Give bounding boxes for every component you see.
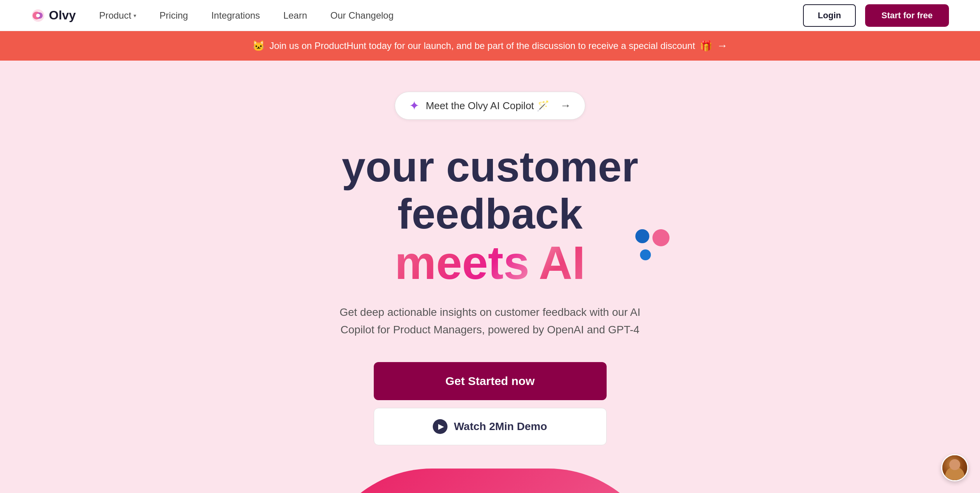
nav-link-learn[interactable]: Learn xyxy=(283,10,307,21)
navbar-left: Olvy Product ▾ Pricing Integrations Lear… xyxy=(31,8,394,23)
get-started-button[interactable]: Get Started now xyxy=(374,362,607,400)
ai-badge-text: Meet the Olvy AI Copilot 🪄 xyxy=(426,100,549,112)
navbar-right: Login Start for free xyxy=(803,4,949,27)
announcement-banner[interactable]: 🐱 Join us on ProductHunt today for our l… xyxy=(0,31,980,61)
navbar: Olvy Product ▾ Pricing Integrations Lear… xyxy=(0,0,980,31)
nav-link-product[interactable]: Product ▾ xyxy=(99,10,136,21)
headline-ai: AI xyxy=(539,237,585,288)
nav-item-changelog[interactable]: Our Changelog xyxy=(330,10,394,21)
dot-pink-icon xyxy=(652,229,670,246)
start-for-free-button[interactable]: Start for free xyxy=(865,4,949,27)
badge-arrow-icon: → xyxy=(560,99,571,112)
nav-link-changelog[interactable]: Our Changelog xyxy=(330,10,394,21)
nav-links: Product ▾ Pricing Integrations Learn Our… xyxy=(99,10,394,21)
headline-line2: feedback xyxy=(342,190,638,237)
nav-item-integrations[interactable]: Integrations xyxy=(211,10,260,21)
nav-item-product[interactable]: Product ▾ xyxy=(99,10,136,21)
logo[interactable]: Olvy xyxy=(31,8,76,23)
cta-buttons: Get Started now ▶ Watch 2Min Demo xyxy=(374,362,607,445)
banner-text: Join us on ProductHunt today for our lau… xyxy=(269,40,695,51)
nav-item-pricing[interactable]: Pricing xyxy=(160,10,188,21)
avatar-image xyxy=(942,455,967,480)
nav-link-pricing[interactable]: Pricing xyxy=(160,10,188,21)
banner-emoji-left: 🐱 xyxy=(252,40,265,52)
headline-line1: your customer xyxy=(342,143,638,190)
dot-blue-icon xyxy=(635,229,649,243)
hero-headline: your customer feedback meets AI xyxy=(342,143,638,288)
headline-meets: meets xyxy=(395,237,529,288)
logo-icon xyxy=(31,9,45,23)
hero-section: ✦ Meet the Olvy AI Copilot 🪄 → your cust… xyxy=(0,61,980,493)
sparkle-icon: ✦ xyxy=(409,98,420,113)
play-triangle-icon: ▶ xyxy=(438,422,444,431)
headline-meets-ai: meets AI xyxy=(342,237,638,288)
watch-demo-label: Watch 2Min Demo xyxy=(454,420,547,433)
svg-point-3 xyxy=(36,14,40,17)
logo-text: Olvy xyxy=(49,8,76,23)
watch-demo-button[interactable]: ▶ Watch 2Min Demo xyxy=(374,408,607,445)
ai-copilot-badge[interactable]: ✦ Meet the Olvy AI Copilot 🪄 → xyxy=(395,92,585,120)
banner-emoji-right: 🎁 xyxy=(700,40,712,52)
dot-blue-small-icon xyxy=(640,249,651,260)
banner-arrow-icon: → xyxy=(717,40,728,52)
nav-item-learn[interactable]: Learn xyxy=(283,10,307,21)
nav-link-integrations[interactable]: Integrations xyxy=(211,10,260,21)
login-button[interactable]: Login xyxy=(803,4,856,27)
ai-dots-decoration xyxy=(635,229,670,260)
hero-subtext: Get deep actionable insights on customer… xyxy=(335,304,645,339)
bottom-dome-decoration xyxy=(316,469,665,493)
avatar[interactable] xyxy=(941,454,968,481)
chevron-down-icon: ▾ xyxy=(134,12,136,19)
play-icon: ▶ xyxy=(433,419,448,434)
